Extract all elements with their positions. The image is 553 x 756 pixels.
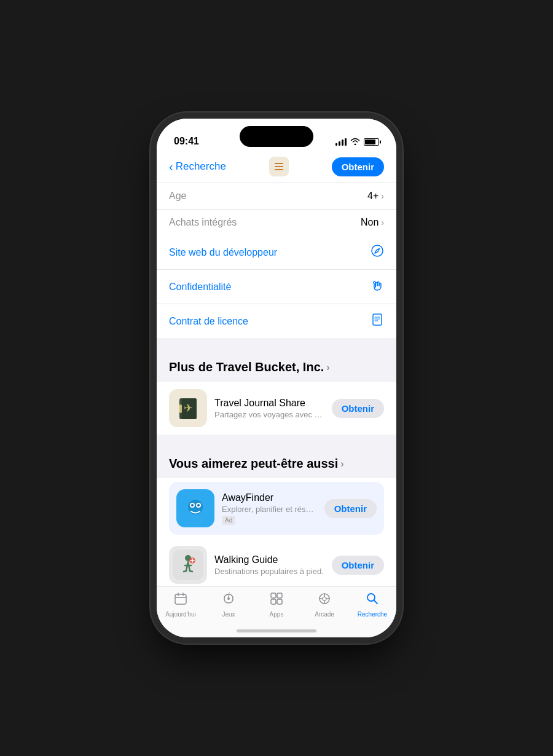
dynamic-island <box>240 126 313 147</box>
divider-1 <box>157 338 396 350</box>
travel-journal-info: Travel Journal Share Partagez vos voyage… <box>214 398 324 419</box>
games-tab-icon <box>222 592 235 609</box>
svg-point-3 <box>372 245 383 256</box>
svg-text:✈: ✈ <box>184 402 193 414</box>
wifi-icon <box>350 137 360 147</box>
awayfinder-info: AwayFinder Explorer, planifier et réserv… <box>222 492 317 525</box>
phone-screen: 09:41 <box>157 119 396 637</box>
app-item-awayfinder[interactable]: AwayFinder Explorer, planifier et réserv… <box>169 482 384 535</box>
app-item-travel-journal[interactable]: ✈ Travel Journal Share Partagez vos voya… <box>157 382 396 435</box>
awayfinder-icon <box>176 489 214 527</box>
status-icons <box>335 137 379 147</box>
phone-frame: 09:41 <box>157 119 396 637</box>
content-area: Age 4+ › Achats intégrés Non › Site web … <box>157 183 396 587</box>
privacy-label: Confidentialité <box>169 282 231 293</box>
arcade-tab-label: Arcade <box>315 611 334 618</box>
svg-rect-2 <box>275 169 283 170</box>
walking-guide-icon <box>169 546 207 584</box>
today-tab-label: Aujourd'hui <box>165 611 196 618</box>
awayfinder-obtain-btn[interactable]: Obtenir <box>324 499 377 518</box>
nav-bar: ‹ Recherche Obtenir <box>157 152 396 183</box>
age-value: 4+ › <box>367 191 384 202</box>
tab-games[interactable]: Jeux <box>205 592 253 618</box>
tab-search[interactable]: Recherche <box>348 592 396 618</box>
ad-badge: Ad <box>222 516 235 525</box>
status-time: 09:41 <box>174 136 199 147</box>
more-section-title-text: Plus de Travel Bucket, Inc. <box>169 360 324 374</box>
back-chevron-icon: ‹ <box>169 160 173 173</box>
search-tab-label: Recherche <box>358 611 387 618</box>
divider-2 <box>157 435 396 447</box>
more-section-title[interactable]: Plus de Travel Bucket, Inc. › <box>157 350 396 382</box>
tab-arcade[interactable]: Arcade <box>300 592 348 618</box>
battery-icon <box>364 138 379 146</box>
awayfinder-name: AwayFinder <box>222 492 317 503</box>
purchases-row: Achats intégrés Non › <box>157 210 396 235</box>
more-section-chevron: › <box>326 362 329 373</box>
svg-point-38 <box>323 597 326 600</box>
svg-rect-4 <box>373 314 382 325</box>
walking-guide-name: Walking Guide <box>214 554 324 565</box>
svg-point-17 <box>197 504 200 506</box>
back-button[interactable]: ‹ Recherche <box>169 160 226 173</box>
you-may-like-title[interactable]: Vous aimerez peut-être aussi › <box>157 447 396 478</box>
walking-guide-obtain-btn[interactable]: Obtenir <box>332 556 384 575</box>
obtain-button[interactable]: Obtenir <box>332 157 384 176</box>
svg-rect-1 <box>275 166 283 167</box>
document-icon <box>371 313 384 329</box>
developer-website-label: Site web du développeur <box>169 247 277 258</box>
travel-journal-obtain-btn[interactable]: Obtenir <box>332 399 384 418</box>
license-label: Contrat de licence <box>169 316 248 327</box>
svg-point-13 <box>188 500 203 514</box>
walking-guide-desc: Destinations populaires à pied. <box>214 567 324 576</box>
today-tab-icon <box>174 592 187 609</box>
tab-today[interactable]: Aujourd'hui <box>157 592 205 618</box>
apps-tab-icon <box>270 592 283 609</box>
svg-rect-28 <box>175 594 186 604</box>
svg-rect-34 <box>277 593 282 598</box>
svg-rect-33 <box>271 593 276 598</box>
hand-icon <box>371 278 384 295</box>
walking-guide-info: Walking Guide Destinations populaires à … <box>214 554 324 576</box>
purchases-value: Non › <box>361 217 384 228</box>
travel-journal-desc: Partagez vos voyages avec v... <box>214 410 324 419</box>
tab-apps[interactable]: Apps <box>253 592 300 618</box>
purchases-label: Achats intégrés <box>169 217 237 228</box>
more-apps-list: ✈ Travel Journal Share Partagez vos voya… <box>157 382 396 435</box>
arcade-tab-icon <box>318 592 331 609</box>
svg-rect-11 <box>179 404 182 413</box>
apps-tab-label: Apps <box>270 611 284 618</box>
svg-line-44 <box>374 600 378 604</box>
nav-list-icon <box>269 157 289 176</box>
you-may-like-chevron: › <box>340 459 343 470</box>
info-section: Age 4+ › Achats intégrés Non › <box>157 183 396 235</box>
svg-rect-36 <box>277 599 282 604</box>
travel-journal-icon: ✈ <box>169 389 207 427</box>
games-tab-label: Jeux <box>222 611 235 618</box>
signal-icon <box>335 138 347 146</box>
svg-rect-35 <box>271 599 276 604</box>
developer-website-row[interactable]: Site web du développeur <box>157 235 396 270</box>
home-indicator <box>237 629 316 632</box>
search-tab-icon <box>366 592 379 609</box>
svg-rect-0 <box>275 163 283 164</box>
you-may-like-list: AwayFinder Explorer, planifier et réserv… <box>157 478 396 587</box>
license-row[interactable]: Contrat de licence <box>157 304 396 338</box>
back-label: Recherche <box>176 160 226 173</box>
travel-journal-name: Travel Journal Share <box>214 398 324 409</box>
compass-icon <box>371 244 384 261</box>
age-label: Age <box>169 191 186 202</box>
awayfinder-desc: Explorer, planifier et réserver... <box>222 505 317 514</box>
app-item-walking-guide[interactable]: Walking Guide Destinations populaires à … <box>157 538 396 587</box>
privacy-row[interactable]: Confidentialité <box>157 270 396 304</box>
svg-point-16 <box>191 504 194 506</box>
you-may-like-title-text: Vous aimerez peut-être aussi <box>169 457 338 471</box>
age-row: Age 4+ › <box>157 183 396 210</box>
